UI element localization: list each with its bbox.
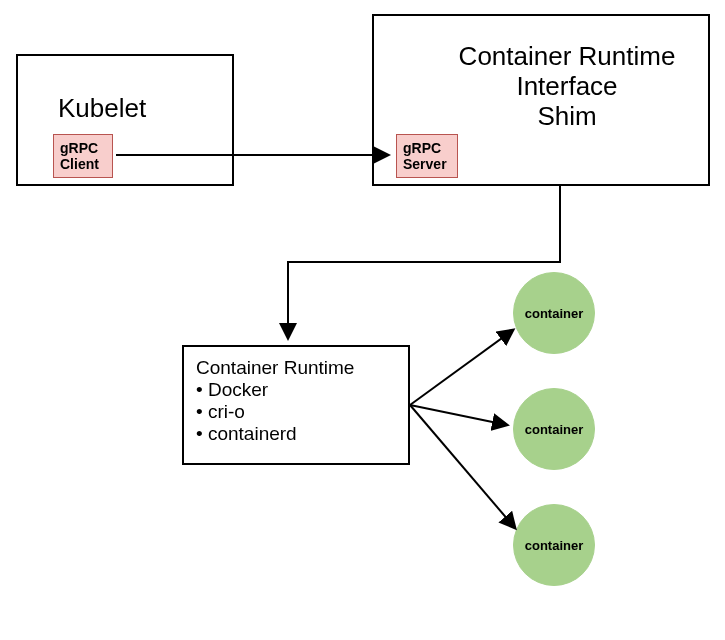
edge-runtime-to-c1 <box>410 330 513 405</box>
grpc-server-badge: gRPC Server <box>396 134 458 178</box>
edge-runtime-to-c2 <box>410 405 507 425</box>
runtime-box: Container Runtime • Docker • cri-o • con… <box>182 345 410 465</box>
diagram-canvas: Kubelet gRPC Client Container Runtime In… <box>0 0 725 640</box>
runtime-title: Container Runtime <box>196 357 396 379</box>
cri-shim-title: Container Runtime Interface Shim <box>442 42 692 132</box>
edge-runtime-to-c3 <box>410 405 515 528</box>
container-circle-1: container <box>513 272 595 354</box>
container-circle-2: container <box>513 388 595 470</box>
runtime-item-3: • containerd <box>196 423 396 445</box>
grpc-client-badge: gRPC Client <box>53 134 113 178</box>
runtime-item-1: • Docker <box>196 379 396 401</box>
runtime-item-2: • cri-o <box>196 401 396 423</box>
container-circle-3: container <box>513 504 595 586</box>
kubelet-title: Kubelet <box>58 94 146 124</box>
